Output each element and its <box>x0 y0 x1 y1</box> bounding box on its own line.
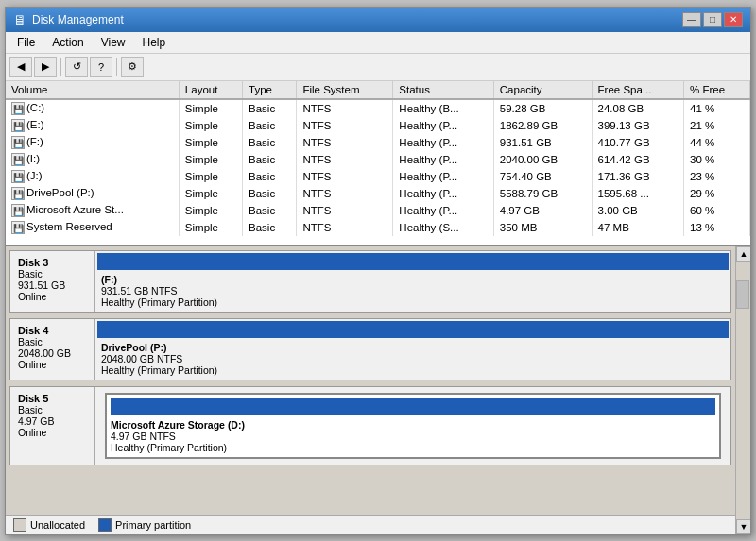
disk-3-row: Disk 3 Basic 931.51 GB Online (F:) 931.5… <box>9 250 731 313</box>
table-cell-2-7: 44 % <box>684 134 750 151</box>
disk-5-part-name: Microsoft Azure Storage (D:) <box>111 419 715 431</box>
legend-unallocated: Unallocated <box>13 518 85 532</box>
disk-5-partition-info: Microsoft Azure Storage (D:) 4.97 GB NTF… <box>111 419 715 453</box>
table-row[interactable]: 💾(J:)SimpleBasicNTFSHealthy (P...754.40 … <box>6 168 750 185</box>
scrollbar-area: Disk 3 Basic 931.51 GB Online (F:) 931.5… <box>6 246 750 534</box>
table-cell-2-3: NTFS <box>297 134 393 151</box>
toolbar: ◀ ▶ ↺ ? ⚙ <box>6 54 750 81</box>
table-row[interactable]: 💾System ReservedSimpleBasicNTFSHealthy (… <box>6 219 750 236</box>
table-cell-5-3: NTFS <box>297 185 393 202</box>
vol-icon: 💾 <box>11 204 25 217</box>
close-button[interactable]: ✕ <box>724 12 743 27</box>
col-capacity[interactable]: Capacity <box>493 81 592 99</box>
table-cell-7-1: Simple <box>179 219 242 236</box>
menu-view[interactable]: View <box>94 34 133 51</box>
table-cell-1-7: 21 % <box>684 117 750 134</box>
disk-4-type: Basic <box>18 336 87 347</box>
vol-icon: 💾 <box>11 119 25 132</box>
table-row[interactable]: 💾(E:)SimpleBasicNTFSHealthy (P...1862.89… <box>6 117 750 134</box>
disk-3-label: Disk 3 Basic 931.51 GB Online <box>10 251 95 312</box>
col-free[interactable]: Free Spa... <box>592 81 684 99</box>
table-cell-7-5: 350 MB <box>493 219 592 236</box>
col-volume[interactable]: Volume <box>6 81 179 99</box>
disk-area-wrapper: Disk 3 Basic 931.51 GB Online (F:) 931.5… <box>6 246 735 534</box>
table-cell-3-7: 30 % <box>684 151 750 168</box>
table-cell-5-4: Healthy (P... <box>393 185 493 202</box>
table-cell-6-0: 💾Microsoft Azure St... <box>6 202 179 219</box>
table-cell-1-0: 💾(E:) <box>6 117 179 134</box>
disk-5-partition-bar[interactable] <box>111 398 715 415</box>
disk-5-popup[interactable]: Microsoft Azure Storage (D:) 4.97 GB NTF… <box>105 393 721 459</box>
vol-icon: 💾 <box>11 187 25 200</box>
properties-button[interactable]: ⚙ <box>121 57 144 77</box>
col-layout[interactable]: Layout <box>179 81 242 99</box>
disk-4-partition-bar[interactable] <box>97 321 729 338</box>
window-controls: — □ ✕ <box>682 12 743 27</box>
disk-4-part-status: Healthy (Primary Partition) <box>101 364 725 376</box>
vol-icon: 💾 <box>11 221 25 234</box>
help-button[interactable]: ? <box>90 57 112 77</box>
disk-graphics-area[interactable]: Disk 3 Basic 931.51 GB Online (F:) 931.5… <box>6 246 735 515</box>
table-row[interactable]: 💾DrivePool (P:)SimpleBasicNTFSHealthy (P… <box>6 185 750 202</box>
disk-5-row: Disk 5 Basic 4.97 GB Online Microsoft Az… <box>9 386 731 465</box>
table-cell-4-6: 171.36 GB <box>592 168 684 185</box>
table-cell-6-7: 60 % <box>684 202 750 219</box>
table-cell-5-5: 5588.79 GB <box>493 185 592 202</box>
col-fs[interactable]: File System <box>297 81 393 99</box>
table-row[interactable]: 💾(F:)SimpleBasicNTFSHealthy (P...931.51 … <box>6 134 750 151</box>
disk-3-partition-bar[interactable] <box>97 253 729 270</box>
disk-4-part-detail: 2048.00 GB NTFS <box>101 353 725 364</box>
disk-5-part-detail: 4.97 GB NTFS <box>111 431 715 442</box>
toolbar-separator-2 <box>116 58 117 76</box>
col-status[interactable]: Status <box>393 81 493 99</box>
scroll-thumb[interactable] <box>736 280 749 309</box>
disk-4-partitions[interactable]: DrivePool (P:) 2048.00 GB NTFS Healthy (… <box>95 319 730 380</box>
disk-3-part-name: (F:) <box>101 274 725 285</box>
table-cell-0-7: 41 % <box>684 99 750 117</box>
table-cell-0-0: 💾(C:) <box>6 99 179 117</box>
menu-action[interactable]: Action <box>44 34 91 51</box>
table-row[interactable]: 💾(C:)SimpleBasicNTFSHealthy (B...59.28 G… <box>6 99 750 117</box>
table-cell-1-6: 399.13 GB <box>592 117 684 134</box>
forward-button[interactable]: ▶ <box>34 57 57 77</box>
vol-icon: 💾 <box>11 136 25 149</box>
table-row[interactable]: 💾Microsoft Azure St...SimpleBasicNTFSHea… <box>6 202 750 219</box>
legend: Unallocated Primary partition <box>6 515 735 534</box>
menu-file[interactable]: File <box>9 34 43 51</box>
col-pct[interactable]: % Free <box>684 81 750 99</box>
table-cell-3-1: Simple <box>179 151 242 168</box>
table-cell-2-1: Simple <box>179 134 242 151</box>
volume-table-container[interactable]: Volume Layout Type File System Status Ca… <box>6 81 750 246</box>
content-area: Volume Layout Type File System Status Ca… <box>6 81 750 534</box>
table-cell-7-0: 💾System Reserved <box>6 219 179 236</box>
menu-help[interactable]: Help <box>135 34 174 51</box>
window-title: Disk Management <box>32 13 124 26</box>
main-window: 🖥 Disk Management — □ ✕ File Action View… <box>5 7 751 535</box>
vol-icon: 💾 <box>11 153 25 166</box>
table-cell-0-4: Healthy (B... <box>393 99 493 117</box>
table-cell-5-0: 💾DrivePool (P:) <box>6 185 179 202</box>
table-cell-0-3: NTFS <box>297 99 393 117</box>
table-cell-1-2: Basic <box>243 117 297 134</box>
table-cell-4-3: NTFS <box>297 168 393 185</box>
table-cell-2-5: 931.51 GB <box>493 134 592 151</box>
back-button[interactable]: ◀ <box>9 57 32 77</box>
minimize-button[interactable]: — <box>682 12 701 27</box>
disk-3-name: Disk 3 <box>18 257 87 268</box>
disk-3-part-status: Healthy (Primary Partition) <box>101 296 725 308</box>
col-type[interactable]: Type <box>243 81 297 99</box>
legend-unalloc-label: Unallocated <box>30 519 85 531</box>
table-row[interactable]: 💾(I:)SimpleBasicNTFSHealthy (P...2040.00… <box>6 151 750 168</box>
disk-3-partitions[interactable]: (F:) 931.51 GB NTFS Healthy (Primary Par… <box>95 251 730 312</box>
table-cell-3-2: Basic <box>243 151 297 168</box>
vol-icon: 💾 <box>11 102 25 115</box>
maximize-button[interactable]: □ <box>703 12 722 27</box>
scroll-up-button[interactable]: ▲ <box>736 246 750 262</box>
scroll-down-button[interactable]: ▼ <box>736 519 750 534</box>
refresh-button[interactable]: ↺ <box>65 57 88 77</box>
disk-5-name: Disk 5 <box>18 393 87 404</box>
table-cell-5-7: 29 % <box>684 185 750 202</box>
scroll-track[interactable] <box>736 262 750 519</box>
disk-3-partition-info: (F:) 931.51 GB NTFS Healthy (Primary Par… <box>97 272 729 310</box>
right-scrollbar[interactable]: ▲ ▼ <box>735 246 750 534</box>
